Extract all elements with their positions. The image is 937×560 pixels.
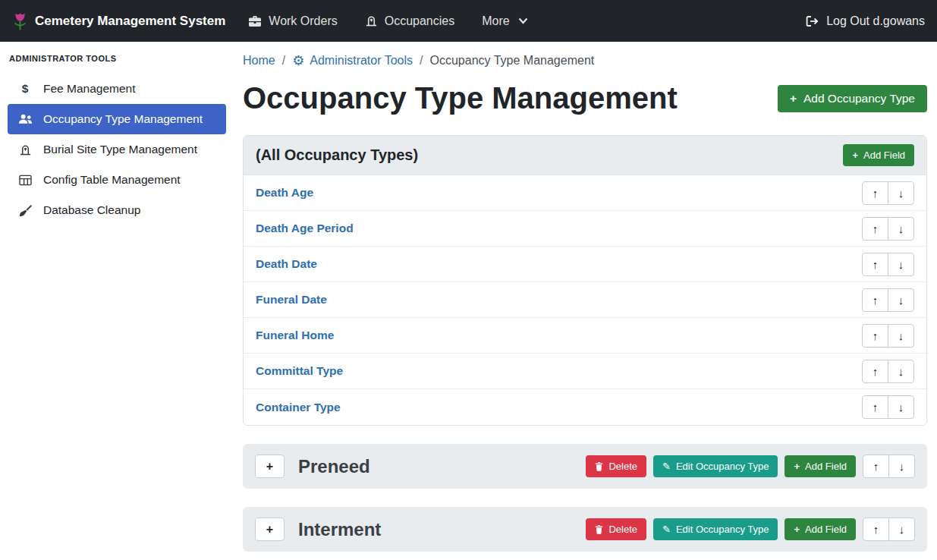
field-link[interactable]: Death Age: [256, 186, 313, 200]
trash-icon: [595, 461, 603, 471]
card-header: (All Occupancy Types) + Add Field: [244, 136, 926, 175]
expand-section-button[interactable]: +: [255, 455, 285, 478]
logout-button[interactable]: Log Out d.gowans: [806, 14, 925, 28]
delete-button[interactable]: Delete: [586, 518, 646, 540]
field-row: Funeral Home ↑ ↓: [244, 318, 926, 354]
delete-button[interactable]: Delete: [586, 455, 646, 477]
move-down-button[interactable]: ↓: [888, 253, 914, 276]
work-orders-icon: [248, 15, 262, 27]
top-navbar: Cemetery Management System Work Orders O…: [0, 0, 937, 42]
arrow-up-icon: ↑: [873, 523, 879, 536]
sidebar: ADMINISTRATOR TOOLS $ Fee Management Occ…: [0, 42, 234, 560]
move-up-button[interactable]: ↑: [862, 181, 888, 205]
arrow-down-icon: ↓: [898, 258, 904, 271]
field-link[interactable]: Funeral Date: [256, 293, 327, 307]
breadcrumb: Home / ⚙ Administrator Tools / Occupancy…: [243, 54, 927, 68]
section-title: Preneed: [298, 456, 370, 477]
move-up-button[interactable]: ↑: [863, 455, 889, 478]
app-brand[interactable]: Cemetery Management System: [12, 11, 225, 31]
reorder-controls: ↑ ↓: [862, 253, 914, 276]
move-down-button[interactable]: ↓: [888, 518, 915, 541]
arrow-up-icon: ↑: [873, 222, 879, 235]
move-down-button[interactable]: ↓: [888, 395, 914, 419]
arrow-down-icon: ↓: [898, 401, 904, 414]
sidebar-item-burial-site-type-management[interactable]: Burial Site Type Management: [8, 134, 226, 165]
sidebar-item-label: Burial Site Type Management: [43, 143, 197, 156]
dollar-icon: $: [17, 82, 33, 96]
nav-item-label: Work Orders: [269, 14, 337, 28]
expand-section-button[interactable]: +: [255, 518, 285, 541]
card-title: (All Occupancy Types): [256, 146, 418, 164]
sidebar-item-database-cleanup[interactable]: Database Cleanup: [8, 195, 226, 225]
field-link[interactable]: Death Age Period: [256, 222, 354, 235]
field-link[interactable]: Committal Type: [256, 364, 343, 378]
field-link[interactable]: Funeral Home: [256, 329, 334, 342]
arrow-down-icon: ↓: [899, 523, 905, 536]
move-up-button[interactable]: ↑: [862, 253, 888, 276]
occupancies-icon: [365, 14, 378, 27]
arrow-up-icon: ↑: [873, 365, 879, 378]
trash-icon: [595, 524, 603, 534]
sidebar-item-label: Fee Management: [43, 82, 136, 96]
move-up-button[interactable]: ↑: [862, 217, 888, 241]
reorder-controls: ↑ ↓: [862, 360, 914, 383]
add-occupancy-type-button[interactable]: + Add Occupancy Type: [778, 85, 927, 112]
sidebar-item-label: Occupancy Type Management: [43, 112, 203, 126]
page-title: Occupancy Type Management: [243, 81, 678, 115]
arrow-down-icon: ↓: [898, 187, 904, 200]
move-up-button[interactable]: ↑: [863, 518, 889, 541]
nav-item-label: More: [482, 14, 509, 28]
field-link[interactable]: Container Type: [256, 401, 341, 414]
breadcrumb-administrator-tools[interactable]: ⚙ Administrator Tools: [292, 54, 413, 68]
main-content: Home / ⚙ Administrator Tools / Occupancy…: [234, 42, 937, 560]
reorder-controls: ↑ ↓: [862, 217, 914, 241]
move-down-button[interactable]: ↓: [888, 324, 914, 348]
reorder-controls: ↑ ↓: [862, 288, 914, 312]
move-up-button[interactable]: ↑: [862, 395, 888, 419]
nav-item-work-orders[interactable]: Work Orders: [248, 14, 337, 28]
sidebar-item-config-table-management[interactable]: Config Table Management: [8, 165, 226, 195]
logout-icon: [806, 15, 819, 27]
plus-icon: +: [794, 524, 800, 535]
field-link[interactable]: Death Date: [256, 257, 317, 271]
arrow-up-icon: ↑: [873, 460, 879, 473]
field-row: Committal Type ↑ ↓: [244, 354, 926, 389]
pencil-icon: ✎: [662, 524, 671, 535]
sidebar-item-fee-management[interactable]: $ Fee Management: [8, 74, 226, 104]
field-row: Funeral Date ↑ ↓: [244, 282, 926, 318]
edit-occupancy-type-button[interactable]: ✎ Edit Occupancy Type: [653, 455, 778, 477]
app-title: Cemetery Management System: [35, 14, 225, 29]
nav-item-occupancies[interactable]: Occupancies: [365, 14, 455, 28]
field-row: Death Age Period ↑ ↓: [244, 211, 926, 247]
broom-icon: [17, 204, 33, 217]
move-down-button[interactable]: ↓: [888, 360, 914, 383]
section-actions: Delete ✎ Edit Occupancy Type + Add Field…: [586, 518, 915, 541]
plus-icon: +: [266, 460, 273, 473]
breadcrumb-home[interactable]: Home: [243, 54, 275, 68]
tulip-logo-icon: [12, 11, 28, 31]
move-down-button[interactable]: ↓: [888, 288, 914, 312]
edit-occupancy-type-button[interactable]: ✎ Edit Occupancy Type: [653, 518, 778, 540]
arrow-up-icon: ↑: [873, 329, 879, 342]
move-up-button[interactable]: ↑: [862, 288, 888, 312]
add-field-button[interactable]: + Add Field: [843, 144, 914, 166]
move-up-button[interactable]: ↑: [862, 324, 888, 348]
move-down-button[interactable]: ↓: [888, 217, 914, 241]
arrow-up-icon: ↑: [873, 258, 879, 271]
move-down-button[interactable]: ↓: [888, 455, 915, 478]
add-field-button[interactable]: + Add Field: [785, 455, 856, 477]
nav-item-more[interactable]: More: [482, 14, 527, 28]
add-field-button[interactable]: + Add Field: [785, 518, 856, 540]
plus-icon: +: [266, 523, 273, 536]
arrow-down-icon: ↓: [898, 222, 904, 235]
sidebar-item-label: Config Table Management: [43, 173, 181, 187]
arrow-up-icon: ↑: [873, 294, 879, 307]
move-down-button[interactable]: ↓: [888, 181, 914, 205]
field-row: Container Type ↑ ↓: [244, 389, 926, 425]
move-up-button[interactable]: ↑: [862, 360, 888, 383]
sidebar-item-occupancy-type-management[interactable]: Occupancy Type Management: [8, 104, 226, 134]
tombstone-icon: [17, 143, 33, 156]
arrow-up-icon: ↑: [873, 401, 879, 414]
sidebar-header: ADMINISTRATOR TOOLS: [9, 54, 225, 63]
nav-item-label: Occupancies: [385, 14, 455, 28]
